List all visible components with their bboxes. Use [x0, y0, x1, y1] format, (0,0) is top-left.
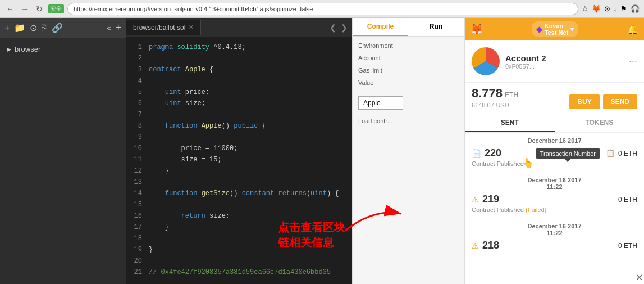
- line-number: 20: [126, 255, 149, 267]
- warning-icon-219: ⚠: [472, 195, 479, 204]
- usd-unit: USD: [496, 102, 509, 109]
- editor-line: 20: [126, 255, 352, 267]
- browser-label: browser: [15, 45, 40, 53]
- line-content: price = 11000;: [149, 143, 352, 154]
- editor-line: 12 }: [126, 165, 352, 177]
- extensions-icon: 🦊: [592, 4, 601, 13]
- headphone-icon: 🎧: [631, 4, 640, 13]
- transaction-group-3: December 16 201711:22 ⚠ 218 0 ETH: [465, 218, 644, 256]
- account-row: Account: [358, 55, 458, 61]
- line-content: size = 15;: [149, 154, 352, 165]
- line-content: [149, 75, 352, 87]
- account-avatar: [472, 47, 500, 75]
- star-icon: ☆: [582, 4, 588, 13]
- tx-220-desc: Contract Published: [472, 160, 637, 167]
- line-content: [149, 199, 352, 210]
- chevron-right-icon: ❯: [341, 23, 348, 32]
- editor-line: 10 price = 11000;: [126, 143, 352, 154]
- send-button[interactable]: SEND: [603, 94, 637, 109]
- editor-line: 4: [126, 75, 352, 87]
- usd-balance: 6148.07: [472, 102, 494, 109]
- editor-tab-actions: ❮ ❯: [325, 23, 352, 32]
- value-label: Value: [358, 79, 458, 86]
- tx-date-2: December 16 201711:22: [472, 177, 637, 190]
- editor-line: 21// 0x4fe427f9208357a381d59ea66c7d1a430…: [126, 267, 352, 278]
- account-label: Account: [358, 55, 458, 61]
- doc-icon: 📄: [472, 149, 481, 158]
- editor-tab-ballot[interactable]: browser/ballot.sol ✕: [126, 20, 201, 35]
- line-number: 16: [126, 210, 149, 222]
- line-content: pragma solidity ^0.4.13;: [149, 42, 352, 53]
- tx-number-219: 219: [482, 193, 615, 205]
- compile-panel: Compile Run Environment Account Gas limi…: [352, 18, 464, 284]
- tx-219-eth: 0 ETH: [618, 196, 637, 204]
- more-options-icon[interactable]: ···: [629, 56, 637, 67]
- line-content: function getSize() constant returns(uint…: [149, 188, 352, 199]
- line-content: [149, 109, 352, 120]
- account-section: Account 2 0xF0557... ···: [465, 40, 644, 83]
- line-number: 19: [126, 244, 149, 255]
- line-number: 5: [126, 87, 149, 98]
- line-content: }: [149, 165, 352, 177]
- tx-tooltip-220: Transaction Number: [536, 148, 600, 159]
- tokens-tab[interactable]: TOKENS: [555, 114, 645, 132]
- compile-tabs: Compile Run: [353, 18, 464, 37]
- editor-line: 6 uint size;: [126, 98, 352, 109]
- eth-balance: 8.778: [472, 86, 503, 101]
- warning-icon-218: ⚠: [472, 241, 479, 250]
- github-link-button[interactable]: ⊙: [30, 22, 37, 33]
- copy-button[interactable]: ⎘: [42, 23, 47, 33]
- flag-icon: ⚑: [620, 4, 627, 13]
- editor-line: 1pragma solidity ^0.4.13;: [126, 42, 352, 53]
- mm-tabs: SENT TOKENS: [465, 114, 644, 133]
- editor-area: browser/ballot.sol ✕ ❮ ❯ 1pragma solidit…: [126, 18, 352, 284]
- sidebar-item-browser[interactable]: ▶ browser: [4, 43, 121, 56]
- forward-button[interactable]: →: [19, 3, 30, 15]
- download-icon: ↓: [614, 4, 618, 13]
- mm-header: 🦊 ◆ KovanTest Net ▾ 🔔: [465, 18, 644, 40]
- close-panel-icon[interactable]: ✕: [636, 272, 643, 283]
- gas-limit-row: Gas limit: [358, 67, 458, 74]
- apple-input[interactable]: [358, 96, 403, 110]
- run-tab[interactable]: Run: [408, 18, 464, 36]
- diamond-icon: ◆: [536, 25, 542, 34]
- line-content: uint price;: [149, 87, 352, 98]
- tab-name: browser/ballot.sol: [133, 24, 185, 31]
- tx-item-218[interactable]: ⚠ 218 0 ETH: [472, 240, 637, 251]
- tx-item-220-wrapper: 📄 220 Transaction Number 📋 0 ETH Contrac…: [472, 147, 637, 167]
- browser-chrome: ← → ↻ 安全 https://remix.ethereum.org/#ver…: [0, 0, 644, 18]
- account-actions: BUY SEND: [569, 94, 637, 109]
- tx-date-3: December 16 201711:22: [472, 223, 637, 236]
- sent-tab[interactable]: SENT: [465, 114, 555, 132]
- security-badge: 安全: [48, 4, 64, 13]
- tx-item-219[interactable]: ⚠ 219 0 ETH: [472, 193, 637, 205]
- network-badge[interactable]: ◆ KovanTest Net ▾: [532, 21, 579, 37]
- notification-icon[interactable]: 🔔: [627, 24, 638, 35]
- tab-close-icon[interactable]: ✕: [189, 24, 194, 31]
- tx-item-220[interactable]: 📄 220 Transaction Number 📋 0 ETH: [472, 147, 637, 159]
- line-content: [149, 255, 352, 267]
- add-folder-button[interactable]: 📁: [14, 22, 25, 33]
- back-button[interactable]: ←: [4, 3, 16, 15]
- red-arrow-annotation: [340, 202, 407, 236]
- environment-label: Environment: [358, 42, 458, 49]
- compile-tab-label: Compile: [367, 22, 394, 30]
- chain-button[interactable]: 🔗: [52, 22, 63, 33]
- line-content: [149, 177, 352, 188]
- metamask-fox-icon: 🦊: [471, 23, 483, 35]
- collapse-btn[interactable]: «: [107, 24, 111, 32]
- line-number: 8: [126, 120, 149, 132]
- add-icon[interactable]: +: [115, 22, 121, 34]
- editor-line: 14 function getSize() constant returns(u…: [126, 188, 352, 199]
- buy-button[interactable]: BUY: [569, 94, 599, 109]
- add-file-button[interactable]: +: [4, 23, 10, 33]
- editor-line: 11 size = 15;: [126, 154, 352, 165]
- tx-219-failed: (Failed): [526, 206, 546, 213]
- gas-limit-label: Gas limit: [358, 67, 458, 74]
- line-number: 13: [126, 177, 149, 188]
- reload-button[interactable]: ↻: [34, 3, 45, 15]
- compile-tab[interactable]: Compile: [353, 18, 408, 36]
- url-bar[interactable]: https://remix.ethereum.org/#version=solj…: [67, 3, 578, 15]
- line-number: 11: [126, 154, 149, 165]
- line-number: 14: [126, 188, 149, 199]
